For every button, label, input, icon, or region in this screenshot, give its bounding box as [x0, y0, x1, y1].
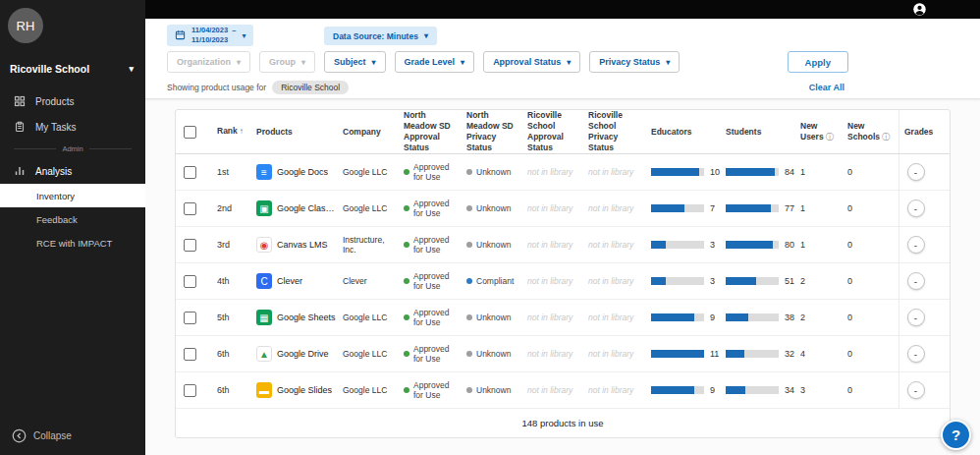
sidebar-item-products[interactable]: Products — [0, 88, 145, 114]
google-slides-icon: ▬ — [256, 382, 272, 398]
product-link[interactable]: Google Docs — [277, 167, 328, 177]
rs-approval-cell: not in library — [527, 313, 588, 322]
column-header-nm-privacy-status[interactable]: North Meadow SD Privacy Status — [466, 110, 527, 153]
approval-status-dot — [404, 169, 409, 175]
nav-label: Analysis — [35, 166, 72, 177]
sidebar-item-analysis[interactable]: Analysis — [0, 158, 145, 184]
nm-privacy-cell: Unknown — [466, 313, 527, 322]
grades-expand-button[interactable]: - — [907, 345, 925, 363]
nm-approval-cell: Approved for Use — [404, 308, 466, 327]
column-header-new-schools[interactable]: New Schoolsⓘ — [847, 121, 898, 142]
product-link[interactable]: Google Slides — [277, 385, 332, 395]
company-cell: Google LLC — [343, 385, 404, 396]
students-cell: 51 — [726, 276, 800, 286]
org-filter-chip[interactable]: Ricoville School — [272, 81, 349, 94]
students-bar — [726, 168, 779, 176]
company-cell: Clever — [343, 276, 404, 287]
avatar[interactable]: RH — [8, 8, 43, 43]
column-header-rs-approval-status[interactable]: Ricoville School Approval Status — [527, 110, 588, 153]
column-header-nm-approval-status[interactable]: North Meadow SD Approval Status — [404, 110, 466, 153]
rs-approval-cell: not in library — [527, 203, 588, 213]
nm-approval-cell: Approved for Use — [404, 162, 466, 182]
org-name: Ricoville School — [10, 63, 89, 75]
row-checkbox[interactable] — [184, 312, 196, 324]
data-source-dropdown[interactable]: Data Source: Minutes ▾ — [324, 27, 437, 45]
students-bar — [726, 277, 779, 285]
table-row: 2nd ▣ Google Classro... Google LLC Appro… — [176, 191, 950, 227]
nm-privacy-cell: Unknown — [466, 203, 527, 213]
grade-level-dropdown[interactable]: Grade Level▾ — [395, 51, 475, 73]
column-header-new-users[interactable]: New Usersⓘ — [800, 121, 847, 142]
column-header-educators[interactable]: Educators — [651, 127, 726, 138]
chevron-left-circle-icon — [12, 428, 27, 443]
sidebar-item-my-tasks[interactable]: My Tasks — [0, 114, 145, 140]
info-icon: ⓘ — [882, 133, 890, 142]
rs-privacy-cell: not in library — [588, 313, 651, 322]
nav-label: My Tasks — [35, 122, 77, 133]
new-users-cell: 3 — [800, 385, 847, 395]
rs-privacy-cell: not in library — [588, 349, 651, 359]
new-schools-cell: 0 — [847, 203, 898, 213]
row-checkbox[interactable] — [184, 166, 196, 179]
grades-expand-button[interactable]: - — [907, 309, 925, 326]
students-bar — [726, 204, 779, 212]
info-icon: ⓘ — [826, 133, 834, 142]
sidebar-item-inventory[interactable]: Inventory — [0, 184, 145, 207]
company-cell: Google LLC — [343, 349, 404, 360]
subject-dropdown[interactable]: Subject▾ — [324, 51, 386, 73]
privacy-status-dot — [466, 278, 472, 284]
account-icon[interactable] — [912, 2, 927, 17]
help-button[interactable]: ? — [941, 420, 971, 450]
row-checkbox[interactable] — [184, 384, 196, 397]
rank-cell: 6th — [217, 385, 256, 395]
clear-all-link[interactable]: Clear All — [809, 83, 844, 92]
date-range-text: 11/04/2023 – 11/10/2023 — [191, 26, 236, 45]
nm-approval-cell: Approved for Use — [404, 235, 466, 255]
column-header-students[interactable]: Students — [726, 127, 800, 138]
product-link[interactable]: Google Drive — [277, 349, 329, 359]
sidebar-nav: Products My Tasks Admin Analysis Invento… — [0, 88, 145, 255]
educators-cell: 3 — [651, 240, 726, 250]
org-switcher[interactable]: Ricoville School ▾ — [0, 59, 145, 79]
product-link[interactable]: Google Classro... — [277, 203, 337, 213]
apply-button[interactable]: Apply — [788, 51, 848, 73]
nav-label: Products — [35, 96, 74, 107]
grades-expand-button[interactable]: - — [907, 381, 925, 399]
table-row: 1st ≡ Google Docs Google LLC Approved fo… — [176, 154, 950, 191]
column-header-products[interactable]: Products — [256, 127, 343, 138]
new-users-cell: 2 — [800, 313, 847, 322]
educators-cell: 7 — [651, 203, 726, 213]
grades-expand-button[interactable]: - — [907, 236, 925, 254]
students-bar — [726, 313, 779, 321]
google-sheets-icon: ▦ — [256, 310, 272, 325]
row-checkbox[interactable] — [184, 275, 196, 288]
educators-cell: 9 — [651, 313, 726, 322]
google-drive-icon: ▲ — [256, 346, 272, 362]
row-checkbox[interactable] — [184, 348, 196, 361]
collapse-button[interactable]: Collapse — [12, 428, 72, 443]
educators-bar — [651, 277, 704, 285]
column-header-rs-privacy-status[interactable]: Ricoville School Privacy Status — [588, 110, 651, 153]
approval-status-dropdown[interactable]: Approval Status▾ — [483, 51, 580, 73]
nm-approval-cell: Approved for Use — [404, 380, 466, 400]
privacy-status-dropdown[interactable]: Privacy Status▾ — [589, 51, 680, 73]
table-row: 6th ▲ Google Drive Google LLC Approved f… — [176, 336, 950, 372]
grades-expand-button[interactable]: - — [907, 199, 925, 217]
column-header-rank[interactable]: Rank↑ — [217, 126, 256, 137]
new-schools-cell: 0 — [847, 385, 898, 395]
sidebar-item-rce-with-impact[interactable]: RCE with IMPACT — [0, 231, 145, 255]
grades-expand-button[interactable]: - — [907, 163, 925, 181]
grades-expand-button[interactable]: - — [907, 272, 925, 290]
row-checkbox[interactable] — [184, 239, 196, 252]
sidebar-item-feedback[interactable]: Feedback — [0, 207, 145, 231]
date-range-picker[interactable]: 11/04/2023 – 11/10/2023 ▾ — [167, 25, 253, 46]
row-checkbox[interactable] — [184, 202, 196, 215]
product-link[interactable]: Google Sheets — [277, 313, 336, 322]
product-link[interactable]: Clever — [277, 276, 302, 286]
column-header-company[interactable]: Company — [343, 127, 404, 138]
new-users-cell: 1 — [800, 203, 847, 213]
product-link[interactable]: Canvas LMS — [277, 240, 328, 250]
rs-approval-cell: not in library — [527, 385, 588, 395]
select-all-checkbox[interactable] — [184, 126, 196, 139]
approval-status-dot — [404, 387, 409, 393]
